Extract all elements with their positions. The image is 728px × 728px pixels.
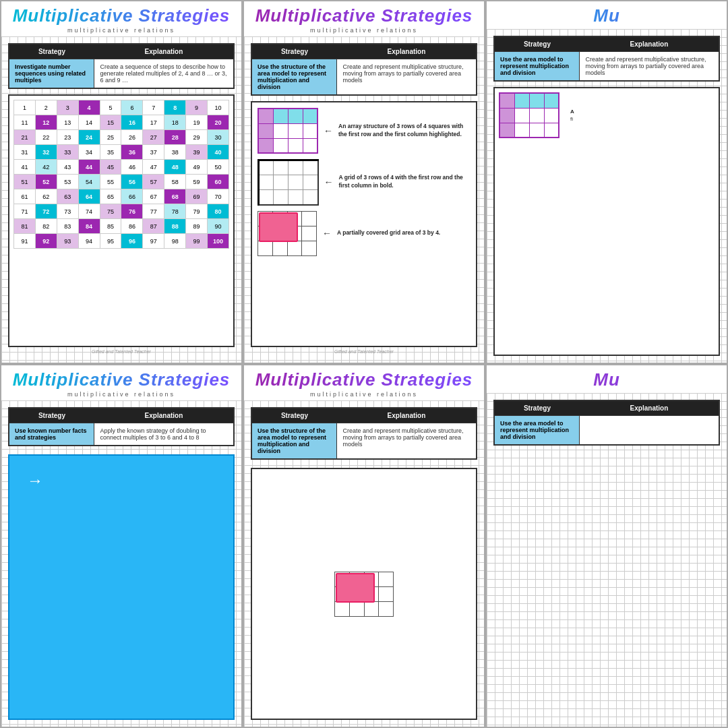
grid-cell: 45 [100,160,121,175]
grid-cell: 63 [57,189,78,204]
array-cell [544,123,559,138]
card-5-body: Strategy Explanation Use the structure o… [244,400,484,727]
card-6: Mu Strategy Explanation Use the area mod… [485,364,728,728]
pink-preview-container [334,572,394,616]
col-strategy-4: Strategy [9,408,94,423]
array-cell [529,108,544,123]
card-6-body: Strategy Explanation Use the area model … [487,393,727,727]
grid-cell: 52 [35,175,57,189]
strategy-text-3: Use the area model to represent multipli… [494,52,580,82]
grid-cell: 72 [35,204,57,219]
card-2-subtitle: multiplicative relations [251,27,477,34]
arrow-icon-2: ← [324,177,334,187]
uncov-cell [302,211,317,226]
grid-cell: 88 [164,219,186,234]
grid-cell: 6 [121,100,143,115]
array-cell [303,138,317,153]
uncov-cell [258,241,273,255]
array-cell [514,108,529,123]
grid-cell: 67 [143,189,164,204]
grid-cell: 54 [78,175,100,189]
array-cell [258,123,273,138]
strategy-table-6: Strategy Explanation Use the area model … [493,400,720,446]
strategy-table-5: Strategy Explanation Use the structure o… [251,407,477,460]
card-3-header: Mu [487,1,727,29]
card-6-header: Mu [487,365,727,393]
array-cell [499,93,514,108]
card-4-subtitle: multiplicative relations [8,391,235,398]
blue-visual-svg: → [9,456,233,510]
array-cell [499,123,514,138]
grid-cell: 64 [78,189,100,204]
area-label-1: An array structure of 3 rows of 4 square… [338,123,471,139]
explanation-text-4: Apply the known strategy of doubling to … [94,423,234,446]
grid-cell: 24 [78,130,100,145]
bold-cell [274,160,289,175]
col-strategy-3: Strategy [494,36,580,52]
area-model-clipped: A fi [493,87,720,356]
area-row-2: ← A grid of 3 rows of 4 with the first r… [257,159,471,206]
bold-cell [289,190,303,205]
strategy-table-4: Strategy Explanation Use known number fa… [8,407,235,446]
clipped-array-table [499,92,559,138]
grid-cell: 11 [14,115,36,130]
grid-cell: 62 [35,189,57,204]
strategy-text-6: Use the area model to represent multipli… [494,416,580,446]
grid-cell: 59 [186,175,208,189]
page-grid: Multiplicative Strategies multiplicative… [0,0,728,728]
grid-cell: 26 [121,130,143,145]
grid-cell: 66 [121,189,143,204]
strategy-text-2: Use the structure of the area model to r… [251,59,337,96]
blue-visual: → [8,454,235,720]
grid-cell: 15 [100,115,121,130]
bold-grid-diagram [257,159,319,206]
grid-cell: 76 [121,204,143,219]
grid-cell: 33 [57,145,78,160]
grid-cell: 3 [57,100,78,115]
grid-cell: 18 [164,115,186,130]
grid-cell: 92 [35,234,57,249]
strategy-table-3: Strategy Explanation Use the area model … [493,36,720,82]
card-2-body: Strategy Explanation Use the structure o… [244,36,484,363]
strategy-text-4: Use known number facts and strategies [9,423,94,446]
grid-cell: 36 [121,145,143,160]
grid-cell: 53 [57,175,78,189]
bold-cell [289,175,303,190]
grid-cell: 38 [164,145,186,160]
grid-cell: 50 [208,160,229,175]
card-5: Multiplicative Strategies multiplicative… [243,364,485,728]
grid-cell: 16 [121,115,143,130]
grid-cell: 90 [208,219,229,234]
grid-cell: 23 [57,130,78,145]
grid-cell: 29 [186,130,208,145]
grid-cell: 94 [78,234,100,249]
card-2-header: Multiplicative Strategies multiplicative… [244,1,484,36]
grid-cell: 8 [164,100,186,115]
grid-cell: 14 [78,115,100,130]
col-explanation-4: Explanation [94,408,234,423]
grid-cell: 70 [208,189,229,204]
bold-cell [274,190,289,205]
bold-cell [274,175,289,190]
uncov-cell [302,241,317,255]
clipped-label-a: A [570,109,574,115]
grid-cell: 77 [143,204,164,219]
col-strategy-5: Strategy [251,408,337,423]
watermark-1: Gifted and Talented Teacher [8,347,235,356]
grid-cell: 4 [78,100,100,115]
grid-cell: 83 [57,219,78,234]
clipped-area-row-1: A fi [499,92,715,138]
grid-cell: 48 [164,160,186,175]
grid-cell: 25 [100,130,121,145]
grid-cell: 42 [35,160,57,175]
array-cell [258,109,273,123]
grid-cell: 57 [143,175,164,189]
card-4-title: Multiplicative Strategies [8,369,235,390]
grid-cell: 34 [78,145,100,160]
grid-cell: 93 [57,234,78,249]
grid-cell: 98 [164,234,186,249]
arrow-icon-3: ← [322,228,332,239]
grid-cell: 32 [35,145,57,160]
grid-cell: 41 [14,160,36,175]
grid-cell: 37 [143,145,164,160]
